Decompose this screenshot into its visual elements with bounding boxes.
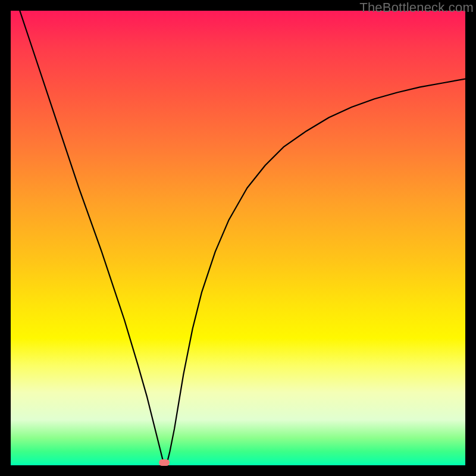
- curve-svg: [11, 11, 465, 465]
- watermark-text: TheBottleneck.com: [359, 0, 474, 15]
- bottleneck-curve: [20, 11, 465, 463]
- minimum-marker: [159, 459, 170, 466]
- chart-canvas: [11, 11, 465, 465]
